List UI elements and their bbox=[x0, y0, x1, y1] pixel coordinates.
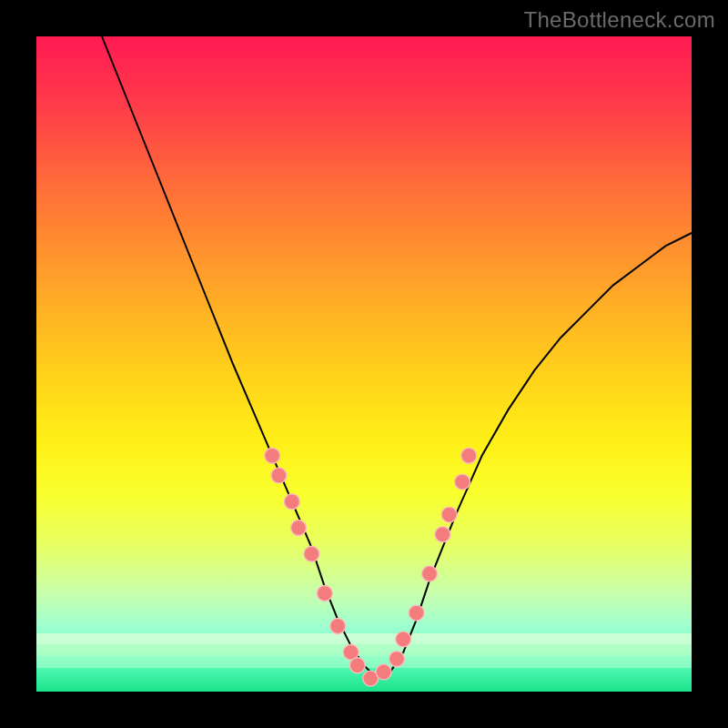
data-point bbox=[409, 605, 424, 621]
data-point bbox=[422, 566, 438, 581]
chart-frame: TheBottleneck.com bbox=[0, 0, 728, 728]
data-point bbox=[376, 664, 391, 680]
data-point bbox=[317, 586, 332, 602]
data-point bbox=[435, 527, 450, 542]
data-point bbox=[265, 448, 280, 463]
bottleneck-curve-line bbox=[102, 36, 692, 679]
watermark-text: TheBottleneck.com bbox=[523, 7, 715, 33]
plot-area bbox=[36, 36, 692, 692]
data-point bbox=[291, 521, 307, 536]
data-point bbox=[284, 494, 299, 510]
data-point bbox=[349, 658, 365, 673]
data-point bbox=[441, 507, 457, 522]
data-point bbox=[389, 652, 405, 667]
data-point bbox=[455, 474, 470, 490]
data-point bbox=[304, 546, 319, 561]
data-point bbox=[461, 448, 477, 463]
chart-svg bbox=[36, 36, 692, 692]
data-point bbox=[396, 632, 411, 647]
data-point bbox=[330, 619, 346, 634]
data-point bbox=[271, 468, 287, 483]
marker-group bbox=[265, 448, 477, 686]
